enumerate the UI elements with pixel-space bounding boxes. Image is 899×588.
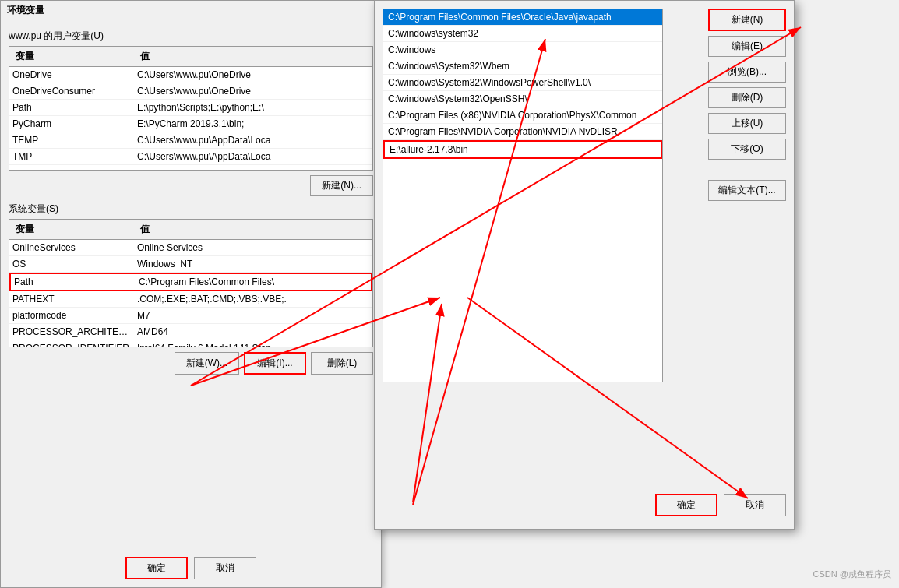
new-sys-var-button[interactable]: 新建(W)... [175, 352, 239, 375]
delete-sys-var-button[interactable]: 删除(L) [311, 352, 373, 375]
var-name: OS [9, 257, 134, 271]
path-edit-dialog: C:\Program Files\Common Files\Oracle\Jav… [374, 0, 795, 530]
var-value: Online Services [134, 241, 372, 255]
table-row[interactable]: OneDrive C:\Users\www.pu\OneDrive [9, 67, 372, 83]
sys-section-label: 系统变量(S) [9, 202, 373, 216]
path-list: C:\Program Files\Common Files\Oracle\Jav… [383, 9, 663, 382]
path-edit-text-button[interactable]: 编辑文本(T)... [708, 180, 786, 201]
table-row[interactable]: TEMP C:\Users\www.pu\AppData\Loca [9, 132, 372, 149]
path-list-item[interactable]: C:\windows [383, 42, 662, 58]
path-list-item[interactable]: C:\windows\System32\OpenSSH\ [383, 91, 662, 107]
path-move-down-button[interactable]: 下移(O) [708, 139, 786, 160]
env-dialog: 环境变量 www.pu 的用户变量(U) 变量 值 OneDrive C:\Us… [0, 0, 382, 588]
var-name: PATHEXT [9, 292, 134, 306]
path-list-item[interactable]: C:\Program Files\Common Files\Oracle\Jav… [383, 9, 662, 26]
var-name: PyCharm [9, 117, 134, 131]
path-dialog-bottom-buttons: 确定 取消 [655, 494, 786, 516]
var-value: Intel64 Family 6 Model 141 Step [134, 341, 372, 347]
var-name: OneDriveConsumer [9, 84, 134, 98]
var-name: OnlineServices [9, 241, 134, 255]
user-col-val-header: 值 [137, 48, 369, 65]
var-value: E:\PyCharm 2019.3.1\bin; [134, 117, 372, 131]
var-value: .COM;.EXE;.BAT;.CMD;.VBS;.VBE;. [134, 292, 372, 306]
user-section-label: www.pu 的用户变量(U) [9, 30, 373, 43]
table-row[interactable]: PROCESSOR_ARCHITECTURE AMD64 [9, 324, 372, 340]
path-list-item[interactable]: C:\windows\system32 [383, 26, 662, 42]
user-button-row: 新建(N)... [9, 175, 373, 196]
var-name: TMP [9, 150, 134, 164]
var-value: C:\Users\www.pu\OneDrive [134, 84, 372, 98]
path-ok-button[interactable]: 确定 [655, 494, 717, 516]
path-cancel-button[interactable]: 取消 [724, 494, 786, 516]
path-edit-button[interactable]: 编辑(E) [708, 36, 786, 57]
var-value: C:\Program Files\Common Files\ [136, 275, 371, 289]
path-list-item[interactable]: C:\windows\System32\Wbem [383, 58, 662, 75]
var-name: PROCESSOR_IDENTIFIER [9, 341, 134, 347]
path-list-item[interactable]: C:\windows\System32\WindowsPowerShell\v1… [383, 75, 662, 91]
table-row[interactable]: platformcode M7 [9, 308, 372, 324]
user-table-header: 变量 值 [9, 47, 372, 67]
path-list-item-allure[interactable]: E:\allure-2.17.3\bin [383, 140, 662, 159]
main-dialog-bottom: 确定 取消 [1, 557, 381, 579]
path-new-button[interactable]: 新建(N) [708, 9, 786, 31]
table-row[interactable]: OneDriveConsumer C:\Users\www.pu\OneDriv… [9, 83, 372, 100]
var-name: TEMP [9, 133, 134, 147]
path-move-up-button[interactable]: 上移(U) [708, 113, 786, 134]
var-value: C:\Users\www.pu\AppData\Loca [134, 133, 372, 147]
main-cancel-button[interactable]: 取消 [194, 557, 256, 579]
path-browse-button[interactable]: 浏览(B)... [708, 62, 786, 83]
user-col-var-header: 变量 [12, 48, 137, 65]
new-user-var-button[interactable]: 新建(N)... [310, 175, 373, 196]
dialog-title: 环境变量 [1, 1, 381, 23]
sys-table-header: 变量 值 [9, 220, 372, 240]
var-value: C:\Users\www.pu\OneDrive [134, 68, 372, 82]
table-row[interactable]: PROCESSOR_IDENTIFIER Intel64 Family 6 Mo… [9, 340, 372, 347]
var-name: platformcode [9, 308, 134, 322]
table-row[interactable]: Path E:\python\Scripts;E:\python;E:\ [9, 100, 372, 116]
var-value: C:\Users\www.pu\AppData\Loca [134, 150, 372, 164]
table-row[interactable]: OnlineServices Online Services [9, 240, 372, 256]
var-name: OneDrive [9, 68, 134, 82]
var-name: PROCESSOR_ARCHITECTURE [9, 325, 134, 339]
table-row[interactable]: PATHEXT .COM;.EXE;.BAT;.CMD;.VBS;.VBE;. [9, 291, 372, 308]
table-row[interactable]: TMP C:\Users\www.pu\AppData\Loca [9, 149, 372, 165]
path-delete-button[interactable]: 删除(D) [708, 87, 786, 108]
table-row[interactable]: OS Windows_NT [9, 256, 372, 273]
path-sys-row[interactable]: Path C:\Program Files\Common Files\ [9, 273, 372, 291]
var-name: Path [9, 100, 134, 114]
main-ok-button[interactable]: 确定 [125, 557, 188, 579]
sys-button-row: 新建(W)... 编辑(I)... 删除(L) [9, 352, 373, 375]
sys-variables-table: 变量 值 OnlineServices Online Services OS W… [9, 219, 373, 347]
path-action-buttons: 新建(N) 编辑(E) 浏览(B)... 删除(D) 上移(U) 下移(O) 编… [708, 9, 786, 201]
sys-col-var-header: 变量 [12, 221, 137, 238]
csdn-watermark: CSDN @咸鱼程序员 [813, 569, 891, 580]
user-variables-table: 变量 值 OneDrive C:\Users\www.pu\OneDrive O… [9, 46, 373, 171]
path-list-item[interactable]: C:\Program Files (x86)\NVIDIA Corporatio… [383, 107, 662, 124]
var-value: M7 [134, 308, 372, 322]
edit-sys-var-button[interactable]: 编辑(I)... [244, 352, 306, 375]
var-value: E:\python\Scripts;E:\python;E:\ [134, 100, 372, 114]
var-value: Windows_NT [134, 257, 372, 271]
table-row[interactable]: PyCharm E:\PyCharm 2019.3.1\bin; [9, 116, 372, 132]
path-list-item[interactable]: C:\Program Files\NVIDIA Corporation\NVID… [383, 124, 662, 140]
var-name: Path [11, 275, 136, 289]
sys-col-val-header: 值 [137, 221, 369, 238]
var-value: AMD64 [134, 325, 372, 339]
